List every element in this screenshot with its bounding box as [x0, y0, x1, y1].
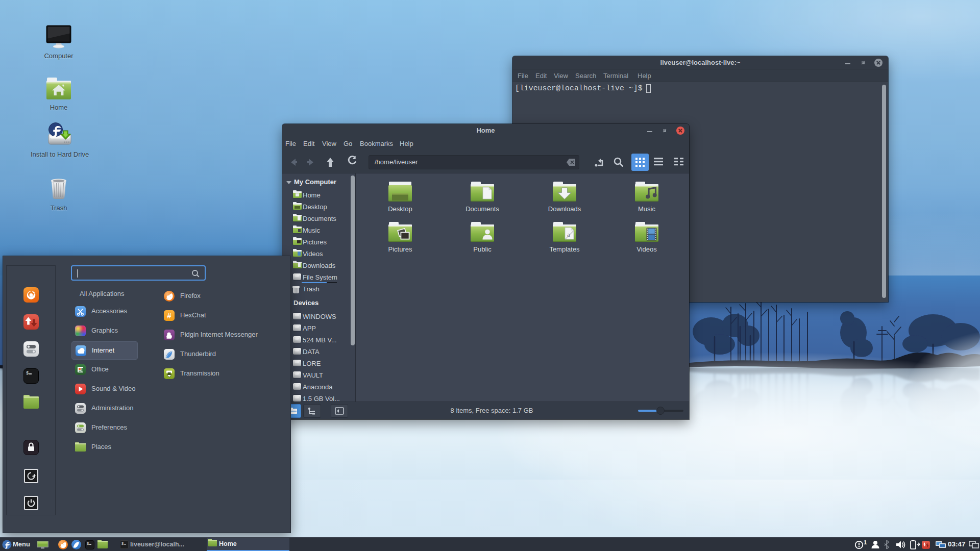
- svg-text:$: $: [121, 542, 124, 546]
- svg-text:$: $: [26, 371, 29, 376]
- svg-text:$: $: [87, 542, 89, 546]
- svg-text:1: 1: [864, 539, 867, 545]
